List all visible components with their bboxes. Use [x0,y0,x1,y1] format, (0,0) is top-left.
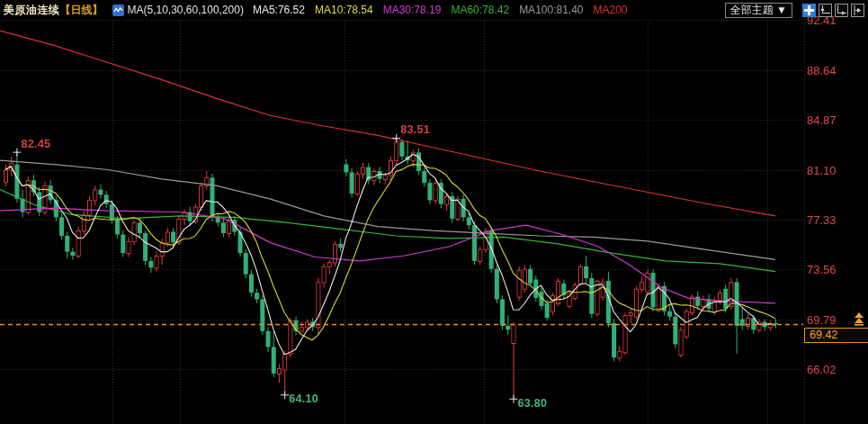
theme-dropdown[interactable]: 全部主题 ▼ [725,3,792,18]
extreme-price-label: 82.45 [21,138,50,150]
instrument-title: 美原油连续 [4,3,60,18]
ma10-value: MA10:78.54 [315,4,373,16]
move-crosshair-icon[interactable] [802,4,816,17]
axis-price-label: 66.02 [807,363,861,376]
kline-chart-canvas[interactable] [0,0,868,424]
kline-chart-icon [112,5,124,16]
extreme-price-label: 63.80 [517,397,547,410]
ma-group-label: MA(5,10,30,60,100,200) [128,4,244,16]
axis-scale-bottom-icon[interactable] [835,4,848,17]
ma60-value: MA60:78.42 [451,4,509,16]
ma30-value: MA30:78.19 [383,4,442,16]
axis-price-label: 77.33 [807,213,861,227]
pan-right-icon[interactable] [851,4,864,17]
price-up-arrow-icon [853,312,865,329]
chart-header: 美原油连续 【日线】 MA(5,10,30,60,100,200) MA5:76… [0,0,868,20]
theme-dropdown-label: 全部主题 [730,4,774,16]
chart-toolbar [800,4,864,17]
axis-scale-left-icon[interactable] [819,4,832,17]
trading-terminal: 美原油连续 【日线】 MA(5,10,30,60,100,200) MA5:76… [0,0,868,424]
ma5-value: MA5:76.52 [253,4,305,16]
axis-price-label: 84.87 [807,113,861,127]
axis-price-label: 88.64 [807,64,861,77]
current-price-value: 69.42 [810,329,837,341]
current-price-tag: 69.42 [804,328,868,343]
period-label: 【日线】 [60,3,103,18]
ma100-value: MA100:81.40 [519,4,583,16]
chevron-down-icon: ▼ [776,4,787,16]
ma200-label: MA200 [594,4,628,16]
extreme-price-label: 64.10 [289,392,318,405]
extreme-price-label: 83.51 [400,123,430,136]
axis-price-label: 81.10 [807,164,861,177]
axis-price-label: 73.56 [807,263,861,276]
